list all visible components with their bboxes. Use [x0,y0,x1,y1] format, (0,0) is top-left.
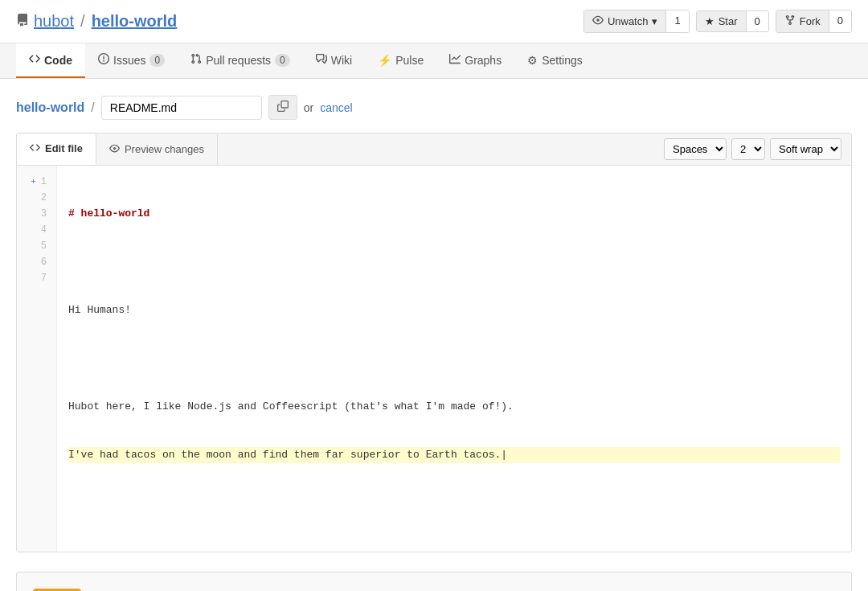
line-num-5: 5 [17,238,56,254]
plus-indicator: + [31,174,36,190]
unwatch-btn-group: Unwatch ▾ 1 [583,10,690,33]
code-line-1: # hello-world [68,206,840,222]
tab-graphs-label: Graphs [465,54,502,67]
star-count: 0 [746,11,768,31]
issues-tab-icon [98,53,109,67]
dropdown-icon: ▾ [652,15,657,27]
repo-icon [16,14,29,29]
tab-pulse[interactable]: ⚡ Pulse [365,43,436,78]
cancel-link[interactable]: cancel [320,101,352,114]
tab-pull-requests[interactable]: Pull requests 0 [178,43,303,78]
editor-tabs: Edit file Preview changes Spaces Tabs 2 … [17,133,851,166]
tab-issues[interactable]: Issues 0 [85,43,178,78]
tab-graphs[interactable]: Graphs [436,43,514,78]
tab-pr-label: Pull requests [206,54,271,67]
code-tab-icon [29,53,40,67]
issues-badge: 0 [149,54,165,67]
code-line-3: Hi Humans! [68,302,840,318]
tab-settings[interactable]: ⚙ Settings [514,43,596,78]
breadcrumb-repo-link[interactable]: hello-world [16,101,84,115]
line-num-2: 2 [17,190,56,206]
repo-title: hubot / hello-world [16,12,177,31]
code-heading: # hello-world [68,207,149,220]
page-header: hubot / hello-world Unwatch ▾ 1 ★ Star 0 [0,0,868,43]
star-label: Star [719,15,738,27]
code-line-2 [68,254,840,270]
tab-pulse-label: Pulse [395,54,424,67]
tab-edit-file[interactable]: Edit file [17,134,96,165]
star-icon: ★ [705,15,714,27]
eye-icon [592,14,604,28]
line-num-6: 6 [17,254,56,270]
tab-issues-label: Issues [113,54,145,67]
edit-file-icon [30,142,40,155]
code-area: + 1 2 3 4 5 6 7 # hello-world Hi Humans!… [17,166,851,552]
breadcrumb-row: hello-world / or cancel [16,95,852,120]
nav-tabs: Code Issues 0 Pull requests 0 Wiki ⚡ Pul… [0,43,868,79]
settings-tab-icon: ⚙ [527,54,538,67]
code-line-7 [68,495,840,511]
fork-icon [784,14,796,28]
tab-wiki-label: Wiki [331,54,352,67]
fork-btn-group: Fork 0 [776,10,852,33]
code-line-5: Hubot here, I like Node.js and Coffeescr… [68,399,840,415]
editor-container: Edit file Preview changes Spaces Tabs 2 … [16,133,852,552]
editor-controls: Spaces Tabs 2 4 Soft wrap No wrap [654,133,851,165]
header-actions: Unwatch ▾ 1 ★ Star 0 Fork 0 [583,10,852,33]
or-text: or [304,101,313,114]
copy-path-button[interactable] [268,95,297,120]
editor-tab-group: Edit file Preview changes [17,134,218,165]
tab-edit-label: Edit file [45,142,83,154]
fork-count: 0 [829,10,851,32]
code-line-6: I've had tacos on the moon and find them… [68,447,840,463]
fork-button[interactable]: Fork [776,10,829,32]
breadcrumb-separator: / [80,12,85,31]
pr-tab-icon [190,53,202,67]
wiki-tab-icon [316,53,327,67]
line-num-1: + 1 [17,174,56,190]
unwatch-label: Unwatch [608,15,649,27]
softwrap-select[interactable]: Soft wrap No wrap [770,138,841,160]
tab-preview-label: Preview changes [125,143,204,155]
line-num-7: 7 [17,270,56,286]
tab-wiki[interactable]: Wiki [303,43,365,78]
tab-preview-changes[interactable]: Preview changes [96,134,218,165]
code-line-4 [68,351,840,367]
main-content: hello-world / or cancel Edit file [0,79,868,591]
preview-icon [109,143,120,156]
tab-code[interactable]: Code [16,43,85,78]
pulse-tab-icon: ⚡ [378,54,391,67]
star-btn-group: ★ Star 0 [696,10,769,32]
filename-input[interactable] [101,96,262,120]
tab-settings-label: Settings [542,54,583,67]
spaces-select[interactable]: Spaces Tabs [664,138,727,160]
code-editor[interactable]: # hello-world Hi Humans! Hubot here, I l… [57,166,851,552]
star-button[interactable]: ★ Star [697,11,746,31]
breadcrumb-sep: / [91,101,94,115]
commit-section: HU-BOT Commit changes And mention moon t… [16,572,852,591]
unwatch-count: 1 [665,10,688,32]
line-numbers: + 1 2 3 4 5 6 7 [17,166,57,552]
repo-owner[interactable]: hubot [34,12,74,31]
graphs-tab-icon [449,53,461,67]
fork-label: Fork [800,15,821,27]
line-num-3: 3 [17,206,56,222]
pr-badge: 0 [275,54,290,67]
tab-code-label: Code [44,54,72,67]
unwatch-button[interactable]: Unwatch ▾ [584,10,666,32]
repo-name[interactable]: hello-world [92,12,178,31]
line-num-4: 4 [17,222,56,238]
indent-select[interactable]: 2 4 [731,138,765,160]
